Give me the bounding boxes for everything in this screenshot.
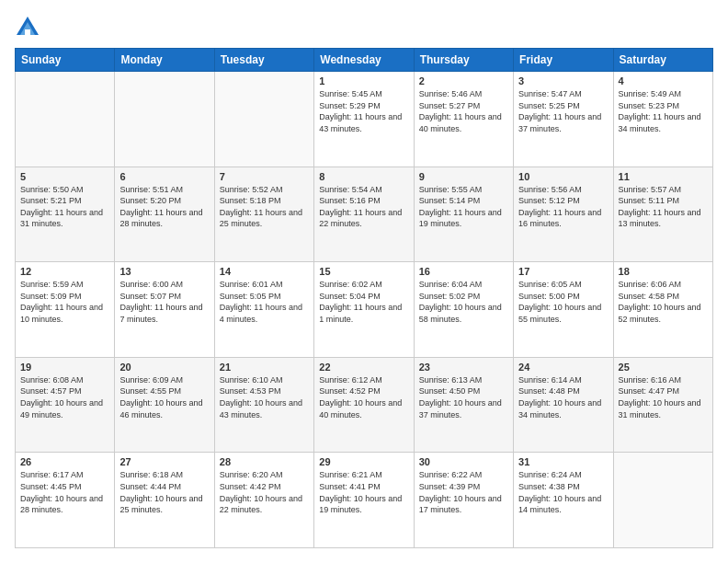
day-number: 16 xyxy=(419,266,508,277)
calendar-body: 1Sunrise: 5:45 AM Sunset: 5:29 PM Daylig… xyxy=(16,72,713,548)
day-number: 27 xyxy=(119,456,209,467)
cell-content: Sunrise: 5:51 AM Sunset: 5:20 PM Dayligh… xyxy=(119,184,209,230)
day-number: 29 xyxy=(319,456,408,467)
cell-content: Sunrise: 5:57 AM Sunset: 5:11 PM Dayligh… xyxy=(619,184,708,230)
calendar-cell: 12Sunrise: 5:59 AM Sunset: 5:09 PM Dayli… xyxy=(16,262,115,358)
page: SundayMondayTuesdayWednesdayThursdayFrid… xyxy=(0,0,728,563)
calendar-cell: 23Sunrise: 6:13 AM Sunset: 4:50 PM Dayli… xyxy=(414,357,513,453)
cell-content: Sunrise: 6:24 AM Sunset: 4:38 PM Dayligh… xyxy=(518,469,608,515)
cell-content: Sunrise: 6:18 AM Sunset: 4:44 PM Dayligh… xyxy=(119,469,209,515)
calendar-week: 5Sunrise: 5:50 AM Sunset: 5:21 PM Daylig… xyxy=(16,167,713,262)
calendar-cell: 8Sunrise: 5:54 AM Sunset: 5:16 PM Daylig… xyxy=(314,167,414,262)
weekday-header: Thursday xyxy=(414,49,513,72)
day-number: 31 xyxy=(518,456,608,467)
day-number: 19 xyxy=(20,362,109,373)
calendar-cell: 15Sunrise: 6:02 AM Sunset: 5:04 PM Dayli… xyxy=(314,262,414,358)
cell-content: Sunrise: 6:22 AM Sunset: 4:39 PM Dayligh… xyxy=(419,469,508,515)
calendar-cell: 13Sunrise: 6:00 AM Sunset: 5:07 PM Dayli… xyxy=(115,262,214,358)
calendar-week: 12Sunrise: 5:59 AM Sunset: 5:09 PM Dayli… xyxy=(16,262,713,358)
calendar-cell: 24Sunrise: 6:14 AM Sunset: 4:48 PM Dayli… xyxy=(514,357,613,453)
day-number: 14 xyxy=(220,266,309,277)
cell-content: Sunrise: 6:08 AM Sunset: 4:57 PM Dayligh… xyxy=(20,374,109,420)
day-number: 12 xyxy=(20,266,109,277)
cell-content: Sunrise: 5:50 AM Sunset: 5:21 PM Dayligh… xyxy=(20,184,109,230)
cell-content: Sunrise: 6:10 AM Sunset: 4:53 PM Dayligh… xyxy=(220,374,309,420)
cell-content: Sunrise: 6:16 AM Sunset: 4:47 PM Dayligh… xyxy=(619,374,708,420)
day-number: 8 xyxy=(319,171,408,182)
calendar-cell xyxy=(214,72,313,167)
day-number: 30 xyxy=(419,456,508,467)
calendar-cell: 27Sunrise: 6:18 AM Sunset: 4:44 PM Dayli… xyxy=(115,453,214,548)
calendar-cell: 21Sunrise: 6:10 AM Sunset: 4:53 PM Dayli… xyxy=(214,357,313,453)
cell-content: Sunrise: 5:45 AM Sunset: 5:29 PM Dayligh… xyxy=(319,88,408,134)
calendar-cell: 4Sunrise: 5:49 AM Sunset: 5:23 PM Daylig… xyxy=(613,72,712,167)
day-number: 20 xyxy=(119,362,209,373)
calendar-cell: 11Sunrise: 5:57 AM Sunset: 5:11 PM Dayli… xyxy=(613,167,712,262)
logo xyxy=(15,15,44,40)
cell-content: Sunrise: 6:00 AM Sunset: 5:07 PM Dayligh… xyxy=(119,279,209,325)
calendar-cell: 19Sunrise: 6:08 AM Sunset: 4:57 PM Dayli… xyxy=(16,357,115,453)
day-number: 18 xyxy=(619,266,708,277)
weekday-header: Wednesday xyxy=(314,49,414,72)
day-number: 22 xyxy=(319,362,408,373)
cell-content: Sunrise: 5:52 AM Sunset: 5:18 PM Dayligh… xyxy=(220,184,309,230)
day-number: 6 xyxy=(119,171,209,182)
calendar-cell: 1Sunrise: 5:45 AM Sunset: 5:29 PM Daylig… xyxy=(314,72,414,167)
cell-content: Sunrise: 6:05 AM Sunset: 5:00 PM Dayligh… xyxy=(518,279,608,325)
svg-rect-2 xyxy=(25,29,30,35)
calendar-cell: 18Sunrise: 6:06 AM Sunset: 4:58 PM Dayli… xyxy=(613,262,712,358)
day-number: 1 xyxy=(319,75,408,86)
cell-content: Sunrise: 6:06 AM Sunset: 4:58 PM Dayligh… xyxy=(619,279,708,325)
day-number: 4 xyxy=(619,75,708,86)
weekday-header: Saturday xyxy=(613,49,712,72)
day-number: 7 xyxy=(220,171,309,182)
calendar-week: 19Sunrise: 6:08 AM Sunset: 4:57 PM Dayli… xyxy=(16,357,713,453)
calendar-cell: 29Sunrise: 6:21 AM Sunset: 4:41 PM Dayli… xyxy=(314,453,414,548)
weekday-header: Friday xyxy=(514,49,613,72)
calendar-cell: 2Sunrise: 5:46 AM Sunset: 5:27 PM Daylig… xyxy=(414,72,513,167)
cell-content: Sunrise: 5:46 AM Sunset: 5:27 PM Dayligh… xyxy=(419,88,508,134)
day-number: 2 xyxy=(419,75,508,86)
cell-content: Sunrise: 6:12 AM Sunset: 4:52 PM Dayligh… xyxy=(319,374,408,420)
cell-content: Sunrise: 5:56 AM Sunset: 5:12 PM Dayligh… xyxy=(518,184,608,230)
cell-content: Sunrise: 5:47 AM Sunset: 5:25 PM Dayligh… xyxy=(518,88,608,134)
cell-content: Sunrise: 6:13 AM Sunset: 4:50 PM Dayligh… xyxy=(419,374,508,420)
day-number: 3 xyxy=(518,75,608,86)
cell-content: Sunrise: 5:49 AM Sunset: 5:23 PM Dayligh… xyxy=(619,88,708,134)
calendar-cell: 26Sunrise: 6:17 AM Sunset: 4:45 PM Dayli… xyxy=(16,453,115,548)
cell-content: Sunrise: 6:21 AM Sunset: 4:41 PM Dayligh… xyxy=(319,469,408,515)
cell-content: Sunrise: 6:14 AM Sunset: 4:48 PM Dayligh… xyxy=(518,374,608,420)
calendar-cell: 5Sunrise: 5:50 AM Sunset: 5:21 PM Daylig… xyxy=(16,167,115,262)
calendar-header: SundayMondayTuesdayWednesdayThursdayFrid… xyxy=(16,49,713,72)
calendar-cell xyxy=(16,72,115,167)
weekday-header: Sunday xyxy=(16,49,115,72)
logo-icon xyxy=(15,15,40,40)
calendar-cell: 30Sunrise: 6:22 AM Sunset: 4:39 PM Dayli… xyxy=(414,453,513,548)
calendar-cell: 6Sunrise: 5:51 AM Sunset: 5:20 PM Daylig… xyxy=(115,167,214,262)
cell-content: Sunrise: 6:02 AM Sunset: 5:04 PM Dayligh… xyxy=(319,279,408,325)
day-number: 13 xyxy=(119,266,209,277)
calendar-cell: 9Sunrise: 5:55 AM Sunset: 5:14 PM Daylig… xyxy=(414,167,513,262)
calendar-cell: 17Sunrise: 6:05 AM Sunset: 5:00 PM Dayli… xyxy=(514,262,613,358)
calendar-cell xyxy=(115,72,214,167)
calendar-cell xyxy=(613,453,712,548)
calendar-cell: 14Sunrise: 6:01 AM Sunset: 5:05 PM Dayli… xyxy=(214,262,313,358)
day-number: 21 xyxy=(220,362,309,373)
header xyxy=(15,15,713,40)
calendar-cell: 25Sunrise: 6:16 AM Sunset: 4:47 PM Dayli… xyxy=(613,357,712,453)
day-number: 23 xyxy=(419,362,508,373)
calendar-week: 1Sunrise: 5:45 AM Sunset: 5:29 PM Daylig… xyxy=(16,72,713,167)
cell-content: Sunrise: 6:04 AM Sunset: 5:02 PM Dayligh… xyxy=(419,279,508,325)
day-number: 17 xyxy=(518,266,608,277)
cell-content: Sunrise: 6:01 AM Sunset: 5:05 PM Dayligh… xyxy=(220,279,309,325)
day-number: 5 xyxy=(20,171,109,182)
calendar-cell: 7Sunrise: 5:52 AM Sunset: 5:18 PM Daylig… xyxy=(214,167,313,262)
calendar-cell: 28Sunrise: 6:20 AM Sunset: 4:42 PM Dayli… xyxy=(214,453,313,548)
cell-content: Sunrise: 6:17 AM Sunset: 4:45 PM Dayligh… xyxy=(20,469,109,515)
day-number: 25 xyxy=(619,362,708,373)
calendar-cell: 16Sunrise: 6:04 AM Sunset: 5:02 PM Dayli… xyxy=(414,262,513,358)
day-number: 15 xyxy=(319,266,408,277)
calendar-cell: 10Sunrise: 5:56 AM Sunset: 5:12 PM Dayli… xyxy=(514,167,613,262)
weekday-header: Tuesday xyxy=(214,49,313,72)
calendar-week: 26Sunrise: 6:17 AM Sunset: 4:45 PM Dayli… xyxy=(16,453,713,548)
